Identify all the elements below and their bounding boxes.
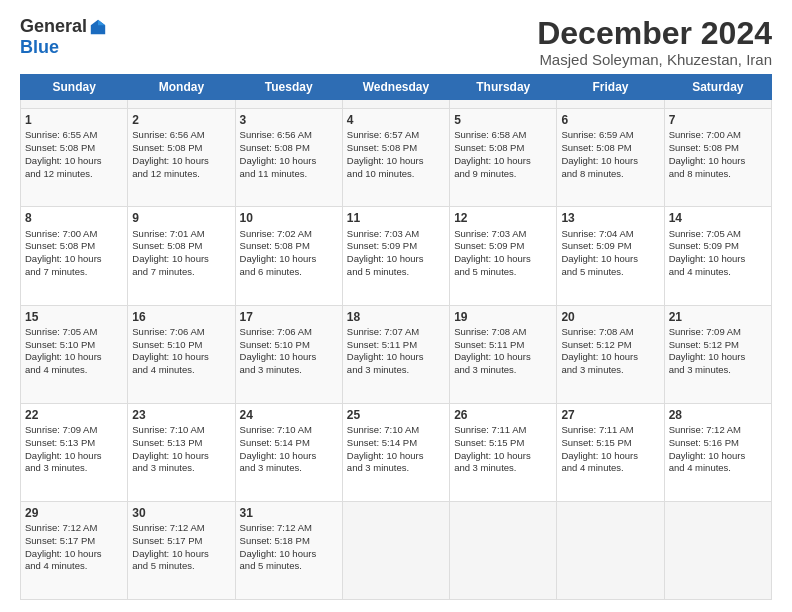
day-info: Sunrise: 7:09 AM	[669, 326, 767, 339]
logo-general: General	[20, 16, 87, 37]
day-info: Sunrise: 7:03 AM	[454, 228, 552, 241]
day-info: Sunset: 5:15 PM	[561, 437, 659, 450]
day-info: Daylight: 10 hours	[25, 450, 123, 463]
day-number: 31	[240, 505, 338, 521]
table-row: 24Sunrise: 7:10 AMSunset: 5:14 PMDayligh…	[235, 403, 342, 501]
day-info: Daylight: 10 hours	[132, 351, 230, 364]
day-info: and 9 minutes.	[454, 168, 552, 181]
day-info: and 4 minutes.	[669, 266, 767, 279]
table-row: 14Sunrise: 7:05 AMSunset: 5:09 PMDayligh…	[664, 207, 771, 305]
day-info: and 7 minutes.	[25, 266, 123, 279]
day-info: and 3 minutes.	[669, 364, 767, 377]
day-info: and 4 minutes.	[669, 462, 767, 475]
day-info: Sunset: 5:08 PM	[240, 142, 338, 155]
day-info: Sunrise: 7:12 AM	[25, 522, 123, 535]
day-info: Sunrise: 6:59 AM	[561, 129, 659, 142]
day-info: and 4 minutes.	[25, 560, 123, 573]
day-info: Sunrise: 7:09 AM	[25, 424, 123, 437]
col-thursday: Thursday	[450, 75, 557, 100]
day-info: Daylight: 10 hours	[240, 155, 338, 168]
day-info: Sunrise: 7:08 AM	[454, 326, 552, 339]
day-info: Daylight: 10 hours	[561, 253, 659, 266]
day-number: 28	[669, 407, 767, 423]
table-row: 27Sunrise: 7:11 AMSunset: 5:15 PMDayligh…	[557, 403, 664, 501]
day-info: Sunset: 5:10 PM	[240, 339, 338, 352]
table-row	[342, 501, 449, 599]
day-info: and 3 minutes.	[561, 364, 659, 377]
day-info: Sunset: 5:12 PM	[669, 339, 767, 352]
logo-icon	[89, 18, 107, 36]
day-info: Sunrise: 7:02 AM	[240, 228, 338, 241]
col-monday: Monday	[128, 75, 235, 100]
day-info: and 12 minutes.	[132, 168, 230, 181]
day-info: Daylight: 10 hours	[132, 155, 230, 168]
day-info: and 4 minutes.	[25, 364, 123, 377]
day-number: 29	[25, 505, 123, 521]
day-info: Sunset: 5:12 PM	[561, 339, 659, 352]
table-row: 12Sunrise: 7:03 AMSunset: 5:09 PMDayligh…	[450, 207, 557, 305]
day-number: 12	[454, 210, 552, 226]
day-info: Sunrise: 7:01 AM	[132, 228, 230, 241]
table-row: 1Sunrise: 6:55 AMSunset: 5:08 PMDaylight…	[21, 109, 128, 207]
day-info: Sunrise: 7:12 AM	[132, 522, 230, 535]
day-info: Sunset: 5:10 PM	[25, 339, 123, 352]
day-info: Daylight: 10 hours	[132, 450, 230, 463]
day-number: 5	[454, 112, 552, 128]
day-info: and 3 minutes.	[240, 462, 338, 475]
day-info: Sunset: 5:08 PM	[669, 142, 767, 155]
table-row: 28Sunrise: 7:12 AMSunset: 5:16 PMDayligh…	[664, 403, 771, 501]
day-info: Sunset: 5:17 PM	[132, 535, 230, 548]
table-row	[342, 100, 449, 109]
day-number: 9	[132, 210, 230, 226]
day-info: Daylight: 10 hours	[454, 450, 552, 463]
col-wednesday: Wednesday	[342, 75, 449, 100]
table-row: 2Sunrise: 6:56 AMSunset: 5:08 PMDaylight…	[128, 109, 235, 207]
day-number: 27	[561, 407, 659, 423]
day-info: Sunset: 5:11 PM	[454, 339, 552, 352]
day-info: Sunrise: 7:00 AM	[25, 228, 123, 241]
calendar-week-3: 15Sunrise: 7:05 AMSunset: 5:10 PMDayligh…	[21, 305, 772, 403]
col-saturday: Saturday	[664, 75, 771, 100]
day-info: Sunrise: 7:12 AM	[669, 424, 767, 437]
day-info: Sunset: 5:17 PM	[25, 535, 123, 548]
day-number: 24	[240, 407, 338, 423]
day-number: 6	[561, 112, 659, 128]
day-info: Sunset: 5:09 PM	[454, 240, 552, 253]
table-row: 7Sunrise: 7:00 AMSunset: 5:08 PMDaylight…	[664, 109, 771, 207]
day-number: 2	[132, 112, 230, 128]
day-number: 1	[25, 112, 123, 128]
day-info: Sunset: 5:15 PM	[454, 437, 552, 450]
table-row: 3Sunrise: 6:56 AMSunset: 5:08 PMDaylight…	[235, 109, 342, 207]
day-number: 13	[561, 210, 659, 226]
day-number: 8	[25, 210, 123, 226]
table-row	[21, 100, 128, 109]
day-number: 26	[454, 407, 552, 423]
table-row	[557, 100, 664, 109]
day-info: Daylight: 10 hours	[669, 155, 767, 168]
calendar-week-1: 1Sunrise: 6:55 AMSunset: 5:08 PMDaylight…	[21, 109, 772, 207]
day-info: Sunset: 5:08 PM	[347, 142, 445, 155]
day-number: 11	[347, 210, 445, 226]
table-row	[450, 100, 557, 109]
table-row: 13Sunrise: 7:04 AMSunset: 5:09 PMDayligh…	[557, 207, 664, 305]
day-info: and 3 minutes.	[347, 364, 445, 377]
day-info: Daylight: 10 hours	[561, 450, 659, 463]
table-row: 26Sunrise: 7:11 AMSunset: 5:15 PMDayligh…	[450, 403, 557, 501]
day-info: Sunset: 5:14 PM	[240, 437, 338, 450]
table-row: 30Sunrise: 7:12 AMSunset: 5:17 PMDayligh…	[128, 501, 235, 599]
day-number: 21	[669, 309, 767, 325]
table-row: 31Sunrise: 7:12 AMSunset: 5:18 PMDayligh…	[235, 501, 342, 599]
col-tuesday: Tuesday	[235, 75, 342, 100]
day-info: and 6 minutes.	[240, 266, 338, 279]
day-info: and 3 minutes.	[347, 462, 445, 475]
day-info: Sunset: 5:09 PM	[669, 240, 767, 253]
day-info: and 5 minutes.	[240, 560, 338, 573]
day-info: Sunset: 5:13 PM	[132, 437, 230, 450]
day-info: Daylight: 10 hours	[561, 351, 659, 364]
day-info: Daylight: 10 hours	[454, 155, 552, 168]
col-friday: Friday	[557, 75, 664, 100]
day-info: and 7 minutes.	[132, 266, 230, 279]
day-info: Sunrise: 7:05 AM	[669, 228, 767, 241]
day-info: Daylight: 10 hours	[347, 450, 445, 463]
table-row: 29Sunrise: 7:12 AMSunset: 5:17 PMDayligh…	[21, 501, 128, 599]
